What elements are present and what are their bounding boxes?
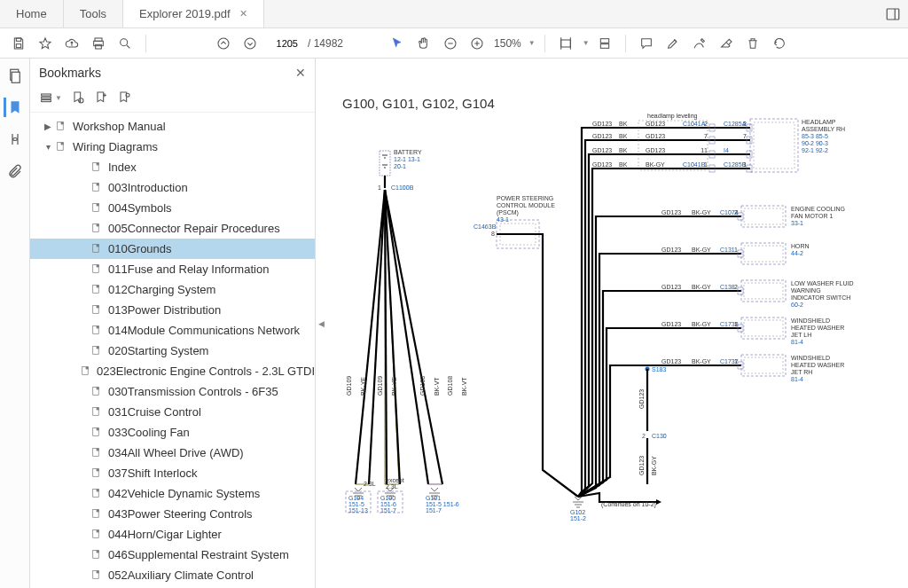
tree-row[interactable]: 033Cooling Fan: [30, 422, 315, 443]
highlight-icon[interactable]: [661, 32, 685, 55]
tree-row[interactable]: 044Horn/Cigar Lighter: [30, 524, 315, 545]
svg-text:2.3L: 2.3L: [364, 481, 376, 487]
tree-label: 020Starting System: [108, 344, 208, 357]
undo-icon[interactable]: [768, 32, 791, 55]
tree-label: 030Transmission Controls - 6F35: [108, 385, 278, 398]
svg-text:2: 2: [642, 433, 646, 439]
search-icon[interactable]: [114, 32, 137, 55]
svg-text:BK-GY: BK-GY: [692, 209, 711, 216]
bookmark-page-icon: [90, 304, 103, 316]
svg-text:60-2: 60-2: [791, 302, 803, 308]
tree-row[interactable]: 037Shift Interlock: [30, 463, 315, 483]
tree-row[interactable]: 012Charging System: [30, 279, 315, 300]
page-number-input[interactable]: [265, 35, 301, 52]
svg-text:2: 2: [704, 121, 708, 127]
svg-text:GD123: GD123: [638, 389, 645, 409]
tree-row[interactable]: Index: [30, 157, 315, 177]
trash-icon[interactable]: [741, 32, 764, 55]
new-bookmark-icon[interactable]: [94, 90, 108, 105]
tree-row[interactable]: 052Auxiliary Climate Control: [30, 565, 315, 585]
close-icon[interactable]: ✕: [239, 8, 247, 20]
draw-icon[interactable]: [688, 32, 711, 55]
svg-rect-163: [744, 320, 783, 336]
select-tool-icon[interactable]: [386, 32, 409, 55]
erase-icon[interactable]: [715, 32, 738, 55]
tree-row[interactable]: 046Supplemental Restraint System: [30, 545, 315, 565]
page-down-icon[interactable]: [239, 32, 262, 55]
tree-row[interactable]: 004Symbols: [30, 198, 315, 218]
bookmark-page-icon: [90, 345, 103, 357]
svg-text:GD108: GD108: [447, 376, 453, 396]
tree-row[interactable]: 014Module Communications Network: [30, 320, 315, 341]
svg-text:43-1: 43-1: [497, 216, 509, 223]
svg-text:FAN MOTOR 1: FAN MOTOR 1: [791, 213, 833, 219]
find-bookmark-icon[interactable]: [71, 90, 85, 105]
save-icon[interactable]: [7, 32, 30, 55]
pan-tool-icon[interactable]: [412, 32, 435, 55]
svg-point-10: [218, 38, 229, 49]
tree-row[interactable]: ▾Wiring Diagrams: [30, 137, 315, 157]
collapse-handle[interactable]: ◀: [316, 59, 326, 588]
svg-text:BK: BK: [619, 147, 628, 153]
chevron-down-icon[interactable]: ▼: [528, 39, 536, 47]
options-icon[interactable]: ▼: [39, 90, 62, 105]
svg-text:BK-GY: BK-GY: [646, 161, 665, 168]
bookmarks-panel: Bookmarks ✕ ▼ ▶Workshop Manual▾Wiring Di…: [30, 59, 316, 588]
tree-row[interactable]: 031Cruise Control: [30, 402, 315, 422]
chevron-down-icon[interactable]: ▾: [43, 142, 53, 152]
tree-row[interactable]: 013Power Distribution: [30, 300, 315, 320]
tree-row[interactable]: ▶Workshop Manual: [30, 116, 315, 137]
svg-text:C130: C130: [652, 433, 667, 439]
star-icon[interactable]: [34, 32, 57, 55]
svg-rect-152: [744, 283, 783, 299]
svg-text:WARNING: WARNING: [791, 287, 821, 294]
zoom-out-icon[interactable]: [439, 32, 462, 55]
svg-rect-143: [744, 246, 783, 262]
tree-label: 033Cooling Fan: [108, 426, 190, 439]
scroll-mode-icon[interactable]: [593, 32, 616, 55]
bookmark-page-icon: [90, 529, 103, 540]
svg-text:ASSEMBLY RH: ASSEMBLY RH: [802, 126, 845, 132]
zoom-level-label[interactable]: 150%: [494, 37, 521, 50]
close-icon[interactable]: ✕: [295, 66, 306, 80]
svg-text:BK-GY: BK-GY: [651, 456, 657, 475]
expand-bookmark-icon[interactable]: [117, 90, 131, 105]
svg-text:1: 1: [743, 161, 747, 168]
tree-row[interactable]: 003Introduction: [30, 177, 315, 198]
document-view[interactable]: G100, G101, G102, G104 BATTERY 12-1 13-1…: [326, 59, 908, 588]
panel-title: Bookmarks: [39, 66, 101, 80]
tree-row[interactable]: 043Power Steering Controls: [30, 504, 315, 524]
layers-icon[interactable]: [5, 129, 25, 149]
tree-row[interactable]: 030Transmission Controls - 6F35: [30, 381, 315, 402]
tree-row[interactable]: 005Connector Repair Procedures: [30, 218, 315, 239]
tree-row[interactable]: 010Grounds: [30, 239, 315, 259]
zoom-in-icon[interactable]: [466, 32, 489, 55]
svg-rect-151: [741, 280, 786, 302]
tree-row[interactable]: 011Fuse and Relay Information: [30, 259, 315, 279]
print-icon[interactable]: [87, 32, 110, 55]
tree-row[interactable]: 042Vehicle Dynamic Systems: [30, 483, 315, 504]
thumbnails-icon[interactable]: [5, 66, 25, 85]
chevron-down-icon[interactable]: ▼: [583, 39, 590, 47]
svg-text:7: 7: [743, 133, 747, 139]
tab-tools[interactable]: Tools: [64, 0, 123, 27]
attachments-icon[interactable]: [5, 161, 25, 181]
bookmark-page-icon: [90, 182, 103, 193]
svg-text:GD123: GD123: [661, 284, 681, 290]
tab-home[interactable]: Home: [0, 0, 64, 27]
svg-text:BK-GY: BK-GY: [692, 284, 711, 290]
tab-document[interactable]: Explorer 2019.pdf ✕: [123, 0, 264, 27]
tree-row[interactable]: 023Electronic Engine Controls - 2.3L GTD…: [30, 361, 315, 381]
tree-row[interactable]: 020Starting System: [30, 341, 315, 361]
tree-row[interactable]: 034All Wheel Drive (AWD): [30, 443, 315, 463]
svg-text:GD123: GD123: [592, 147, 612, 153]
bookmarks-icon[interactable]: [4, 98, 23, 117]
comment-icon[interactable]: [635, 32, 658, 55]
chevron-right-icon[interactable]: ▶: [43, 122, 53, 131]
panel-toggle-icon[interactable]: [878, 0, 908, 27]
svg-text:BK: BK: [619, 133, 628, 139]
fit-width-icon[interactable]: [554, 32, 577, 55]
tree-label: Index: [108, 161, 137, 174]
page-up-icon[interactable]: [212, 32, 235, 55]
cloud-upload-icon[interactable]: [60, 32, 83, 55]
